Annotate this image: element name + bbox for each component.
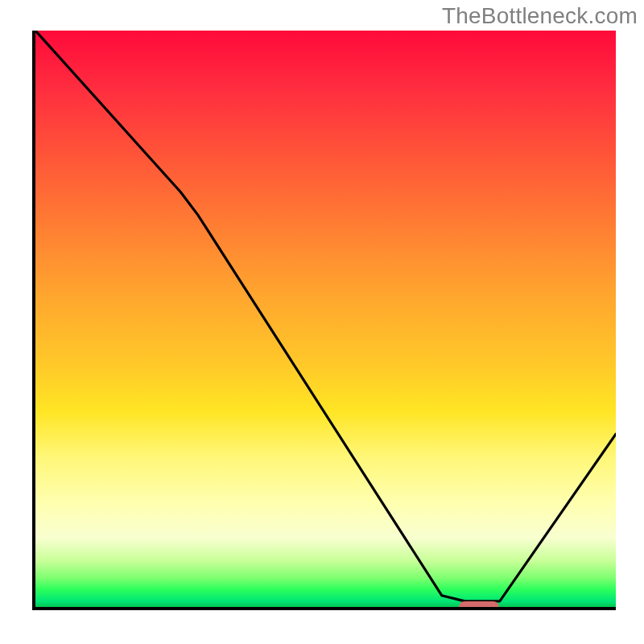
- plot-area: [32, 31, 616, 610]
- data-curve: [35, 31, 616, 607]
- chart-container: TheBottleneck.com: [0, 0, 644, 644]
- watermark-text: TheBottleneck.com: [442, 3, 638, 29]
- highlight-marker: [459, 601, 500, 610]
